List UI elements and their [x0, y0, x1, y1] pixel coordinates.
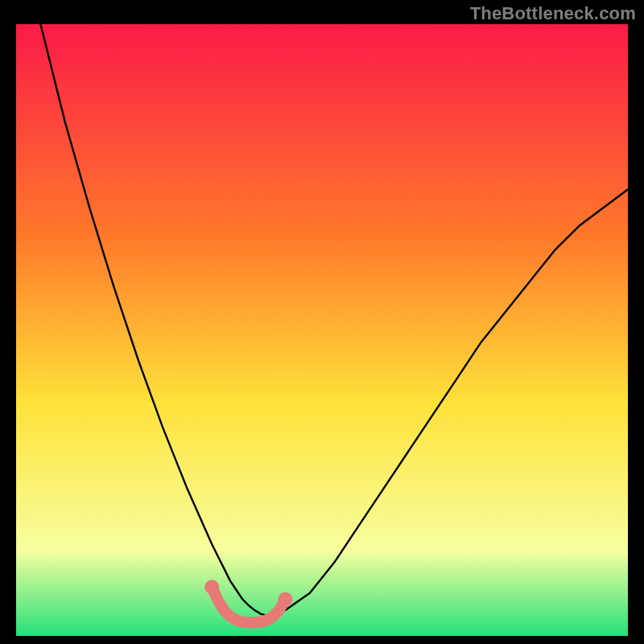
bottleneck-chart — [16, 24, 628, 636]
marker-dot — [278, 592, 292, 606]
marker-dot — [204, 580, 219, 594]
chart-stage: TheBottleneck.com — [0, 0, 644, 644]
chart-gradient-bg — [16, 24, 628, 636]
watermark-label: TheBottleneck.com — [470, 3, 636, 24]
chart-svg — [16, 24, 628, 636]
